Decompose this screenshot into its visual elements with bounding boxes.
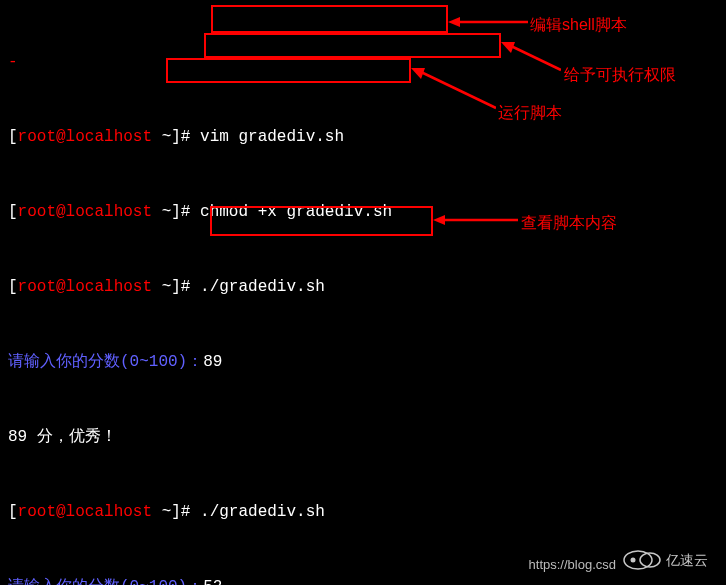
input-52: 52	[203, 578, 222, 585]
input-89: 89	[203, 353, 222, 371]
prompt: [root@localhost ~]#	[8, 278, 200, 296]
output-89: 89 分，优秀！	[8, 428, 117, 446]
svg-point-10	[631, 558, 636, 563]
watermark-text: https://blog.csd	[529, 552, 616, 577]
cmd-vim: vim gradediv.sh	[200, 128, 344, 146]
logo-label: 亿速云	[665, 552, 708, 568]
prompt-cn: 请输入你的分数(0~100)：	[8, 578, 203, 585]
prompt-cn: 请输入你的分数(0~100)：	[8, 353, 203, 371]
cmd-run: ./gradediv.sh	[200, 278, 325, 296]
terminal-output: - [root@localhost ~]# vim gradediv.sh [r…	[0, 0, 726, 585]
annotation-chmod: 给予可执行权限	[564, 62, 676, 87]
line-fragment: -	[8, 53, 18, 71]
annotation-edit-script: 编辑shell脚本	[530, 12, 627, 37]
cmd-chmod: chmod +x gradediv.sh	[200, 203, 392, 221]
annotation-run: 运行脚本	[498, 100, 562, 125]
prompt: [root@localhost ~]#	[8, 128, 200, 146]
cmd-run2: ./gradediv.sh	[200, 503, 325, 521]
logo-icon: 亿速云	[618, 546, 718, 583]
prompt: [root@localhost ~]#	[8, 503, 200, 521]
annotation-cat: 查看脚本内容	[521, 210, 617, 235]
prompt: [root@localhost ~]#	[8, 203, 200, 221]
